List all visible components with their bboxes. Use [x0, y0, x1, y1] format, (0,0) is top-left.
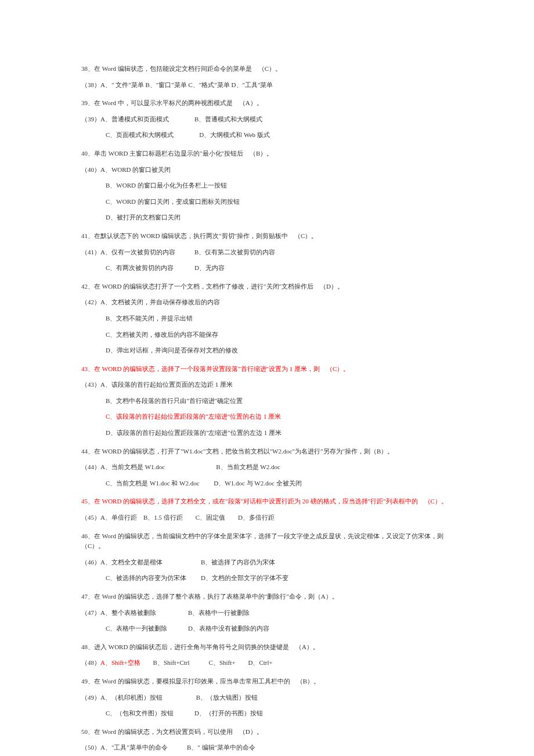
option: （45）A、单倍行距 B、1.5 倍行距 C、固定值 D、多倍行距 — [81, 513, 453, 523]
question-38: 38、在 Word 编辑状态，包括能设定文档行间距命令的菜单是 （C）。（38）… — [81, 64, 453, 90]
question-47: 47、在 Word 的编辑状态，选择了整个表格，执行了表格菜单中的"删除行"命令… — [81, 592, 453, 634]
option: C、当前文档是 W1.doc 和 W2.doc D、W1.doc 与 W2.do… — [81, 478, 453, 489]
question-45: 45、在 WORD 的编辑状态，选择了文档全文，或在"段落"对话框中设置行距为 … — [81, 496, 453, 523]
option: D、弹出对话框，并询问是否保存对文档的修改 — [81, 345, 453, 356]
question-text: 48、进入 WORD 的编辑状态后，进行全角与半角符号之间切换的快捷键是 （A）… — [81, 642, 453, 653]
question-text: 42、在 WORD 的编辑状态打开了一个文档，文档作了修改，进行"关闭"文档操作… — [81, 282, 453, 292]
option: （50）A、"工具"菜单中的命令 B、" 编辑"菜单中的命令 — [81, 743, 453, 753]
question-text: 45、在 WORD 的编辑状态，选择了文档全文，或在"段落"对话框中设置行距为 … — [81, 496, 453, 507]
question-44: 44、在 WORD 的编辑状态，打开了"W1.doc"文档，把妆当前文档以"W2… — [81, 447, 453, 489]
question-text: 49、在 Word 的编辑状态，要模拟显示打印效果，应当单击常用工具栏中的 （B… — [81, 676, 453, 687]
option: （38）A、" 文件"菜单 B、"窗口"菜单 C、"格式"菜单 D、"工具"菜单 — [81, 80, 453, 91]
option: （43）A、该段落的首行起始位置页面的左边距 1 厘米 — [81, 380, 453, 390]
question-text: 44、在 WORD 的编辑状态，打开了"W1.doc"文档，把妆当前文档以"W2… — [81, 447, 453, 457]
question-43: 43、在 WORD 的编辑状态，选择了一个段落并设置段落"首行缩进"设置为 1 … — [81, 364, 453, 438]
option: D、被打开的文档窗口关闭 — [81, 213, 453, 223]
question-text: 41、在默认状态下的 WORD 编辑状态，执行两次"剪切"操作，则剪贴板中 （C… — [81, 231, 453, 242]
option: C、该段落的首行起始位置距段落的"左缩进"位置的右边 1 厘米 — [81, 412, 453, 422]
option: （47）A、整个表格被删除 B、表格中一行被删除 — [81, 608, 453, 618]
question-text: 40、单击 WORD 主窗口标题栏右边显示的"最小化"按钮后 （B）。 — [81, 149, 453, 159]
option: B、WORD 的窗口最小化为任务栏上一按钮 — [81, 181, 453, 191]
option: C、文档被关闭，修改后的内容不能保存 — [81, 330, 453, 340]
question-text: 39、在 Word 中，可以显示水平标尺的两种视图模式是 （A）。 — [81, 98, 453, 109]
option: （39）A、普通模式和页面模式 B、普通模式和大纲模式 — [81, 114, 453, 125]
question-40: 40、单击 WORD 主窗口标题栏右边显示的"最小化"按钮后 （B）。（40）A… — [81, 149, 453, 223]
option: （48）A、Shift+空格 B、Shift+Ctrl C、Shift+ D、C… — [81, 658, 453, 668]
option: C、有两次被剪切的内容 D、无内容 — [81, 263, 453, 273]
question-48: 48、进入 WORD 的编辑状态后，进行全角与半角符号之间切换的快捷键是 （A）… — [81, 642, 453, 668]
option: （49）A、（机印机图）按钮 B、（放大镜图）按钮 — [81, 693, 453, 703]
question-50: 50、在 Word 的编辑状态，为文档设置页码，可以使用 （D）。（50）A、"… — [81, 727, 453, 756]
option: B、文档中各段落的首行只由"首行缩进"确定位置 — [81, 396, 453, 406]
option: （40）A、WORD 的窗口被关闭 — [81, 165, 453, 175]
option: B、文档不能关闭，并提示出错 — [81, 314, 453, 324]
option: C、被选择的内容变为仿宋体 D、文档的全部文字的字体不变 — [81, 573, 453, 584]
option: C、（包和文件图）按钮 D、（打开的书图）按钮 — [81, 708, 453, 719]
question-46: 46、在 Word 的编辑状态，当前编辑文档中的字体全是宋体字，选择了一段文字使… — [81, 531, 453, 584]
question-text: 43、在 WORD 的编辑状态，选择了一个段落并设置段落"首行缩进"设置为 1 … — [81, 364, 453, 375]
question-text: 46、在 Word 的编辑状态，当前编辑文档中的字体全是宋体字，选择了一段文字使… — [81, 531, 453, 552]
question-text: 50、在 Word 的编辑状态，为文档设置页码，可以使用 （D）。 — [81, 727, 453, 737]
question-49: 49、在 Word 的编辑状态，要模拟显示打印效果，应当单击常用工具栏中的 （B… — [81, 676, 453, 719]
question-text: 47、在 Word 的编辑状态，选择了整个表格，执行了表格菜单中的"删除行"命令… — [81, 592, 453, 602]
option: （46）A、文档全文都是楷体 B、被选择了内容仍为宋体 — [81, 557, 453, 568]
option: C、WORD 的窗口关闭，变成窗口图标关闭按钮 — [81, 197, 453, 207]
question-39: 39、在 Word 中，可以显示水平标尺的两种视图模式是 （A）。（39）A、普… — [81, 98, 453, 141]
question-41: 41、在默认状态下的 WORD 编辑状态，执行两次"剪切"操作，则剪贴板中 （C… — [81, 231, 453, 273]
question-text: 38、在 Word 编辑状态，包括能设定文档行间距命令的菜单是 （C）。 — [81, 64, 453, 74]
option: D、该段落的首行起始位置距段落的"左缩进"位置的左边 1 厘米 — [81, 428, 453, 438]
option: C、表格中一列被删除 D、表格中没有被删除的内容 — [81, 624, 453, 634]
option: （44）A、当前文档是 W1.doc B、当前文档是 W2.doc — [81, 462, 453, 473]
question-42: 42、在 WORD 的编辑状态打开了一个文档，文档作了修改，进行"关闭"文档操作… — [81, 282, 453, 356]
option: （41）A、仅有一次被剪切的内容 B、仅有第二次被剪切的内容 — [81, 247, 453, 258]
option: （42）A、文档被关闭，并自动保存修改后的内容 — [81, 297, 453, 308]
option: C、页面模式和大纲模式 D、大纲模式和 Web 版式 — [81, 130, 453, 141]
